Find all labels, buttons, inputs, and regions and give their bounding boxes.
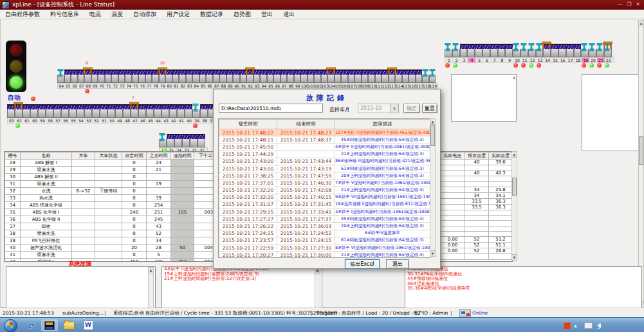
tank-cell-83[interactable] — [186, 69, 193, 83]
table-row[interactable]: 0.005251.2 — [441, 237, 513, 243]
tank-cell-74[interactable] — [125, 69, 132, 83]
fault-record-row[interactable]: 2015-10-21 17:48:212015-10-21 17:48:3745… — [219, 136, 430, 143]
table-row[interactable]: 36ABS 化学镍 II0245 — [5, 216, 219, 223]
fault-record-row[interactable]: 2015-10-21 17:32:202015-10-21 17:42:0821… — [219, 187, 430, 194]
table-row[interactable]: 33.536.3 — [441, 204, 513, 210]
tank-cell-31[interactable] — [198, 134, 205, 147]
tank-cell-84[interactable] — [192, 69, 199, 83]
table-row[interactable]: 34ABS 快速化学镍0254 — [5, 202, 219, 209]
tank-cell-45[interactable] — [146, 104, 154, 118]
tank-cell-53[interactable] — [84, 104, 92, 118]
table-row[interactable]: 31喷淋水洗019 — [5, 181, 219, 188]
tank-cell-77[interactable] — [145, 69, 152, 83]
tank-cell-81[interactable] — [172, 69, 179, 83]
tank-cell-115[interactable] — [402, 69, 409, 83]
tank-cell-90[interactable] — [233, 69, 240, 83]
table-row[interactable] — [441, 176, 513, 181]
menu-item-4[interactable]: 自动添加 — [128, 10, 161, 19]
export-excel-button[interactable]: 输出Excel — [345, 259, 380, 269]
tank-cell-17[interactable] — [566, 44, 574, 57]
menu-item-9[interactable]: 退出 — [278, 10, 300, 19]
tank-cell-85[interactable] — [199, 69, 207, 83]
table-row[interactable] — [441, 181, 513, 187]
table-row[interactable] — [441, 226, 513, 231]
fault-record-row[interactable]: 2015-10-21 17:29:152015-10-21 17:33:413#… — [219, 208, 430, 216]
window-controls[interactable]: — ❐ ✕ — [618, 1, 641, 7]
tank-cell-59[interactable] — [38, 104, 46, 118]
fault-table-scrollbar[interactable]: ▲ ▼ — [430, 118, 436, 257]
tank-cell-118[interactable] — [422, 69, 429, 83]
tray-network-icon[interactable] — [584, 322, 593, 329]
tank-cell-65[interactable] — [64, 69, 71, 83]
tank-cell-111[interactable] — [375, 69, 382, 83]
tank-cell-97[interactable] — [281, 69, 288, 83]
tank-cell-88[interactable] — [219, 69, 226, 83]
tank-cell-18[interactable] — [574, 44, 582, 57]
fault-record-row[interactable]: 2015-10-21 17:32:202015-10-21 17:40:159#… — [219, 194, 430, 201]
scrollbar-thumb[interactable] — [512, 178, 517, 196]
taskbar-word-button[interactable]: W — [80, 319, 97, 331]
fault-record-row[interactable]: 2015-10-21 17:24:252015-10-21 17:24:526#… — [219, 230, 430, 237]
tank-cell-94[interactable] — [260, 69, 267, 83]
menu-item-5[interactable]: 用户设定 — [161, 10, 195, 19]
fault-record-row[interactable]: 2015-10-21 17:43:002015-10-21 17:43:1961… — [219, 165, 430, 172]
tank-cell-36[interactable] — [159, 134, 167, 147]
reset-button[interactable]: 重置 — [422, 104, 437, 113]
scroll-down-icon[interactable]: ▼ — [430, 250, 435, 256]
table-row[interactable]: 33热水洗039 — [5, 195, 219, 202]
database-path-field[interactable]: D:\RecData\201510.mdb — [219, 104, 323, 113]
table-row[interactable]: 39PA飞巴转移位034 — [5, 237, 219, 244]
tank-cell-116[interactable] — [409, 69, 416, 83]
tank-cell-102[interactable] — [314, 69, 321, 83]
tank-cell-40[interactable] — [185, 104, 192, 118]
table-row[interactable] — [441, 232, 513, 237]
tank-cell-86[interactable] — [206, 69, 213, 83]
tank-cell-89[interactable] — [226, 69, 234, 83]
table-row[interactable]: 37回收043 — [5, 223, 219, 230]
tank-cell-9[interactable] — [505, 44, 513, 57]
menu-item-0[interactable]: 自由程序参数 — [0, 10, 45, 19]
tank-cell-73[interactable] — [118, 69, 125, 83]
tank-cell-42[interactable] — [169, 104, 177, 118]
tank-cell-20[interactable] — [589, 44, 596, 57]
tank-cell-35[interactable] — [167, 134, 174, 147]
table-row[interactable]: 38喷淋水洗052 — [5, 230, 219, 237]
tank-cell-4[interactable] — [467, 44, 475, 57]
tank-cell-43[interactable] — [161, 104, 169, 118]
temperature-table-scrollbar[interactable]: ▲ ▼ — [511, 151, 517, 261]
tank-cell-15[interactable] — [551, 44, 558, 57]
tank-cell-61[interactable] — [23, 104, 30, 118]
table-row[interactable]: 28ABS 解胶 I024 — [5, 160, 219, 167]
taskbar-explorer-button[interactable] — [60, 319, 77, 331]
tank-cell-82[interactable] — [179, 69, 186, 83]
tank-cell-2[interactable] — [452, 44, 460, 57]
tank-cell-60[interactable] — [30, 104, 38, 118]
tank-cell-109[interactable] — [362, 69, 369, 83]
tank-cell-16[interactable] — [558, 44, 566, 57]
tank-cell-50[interactable] — [107, 104, 115, 118]
tank-cell-41[interactable] — [177, 104, 185, 118]
tank-cell-71[interactable] — [105, 69, 112, 83]
tank-cell-1[interactable] — [445, 44, 452, 57]
tank-cell-110[interactable] — [368, 69, 375, 83]
fault-record-row[interactable]: 2015-10-21 17:44:2921#上料浸泡时间超时(当前值:64/设定… — [219, 151, 430, 158]
tank-cell-117[interactable] — [416, 69, 423, 83]
scroll-down-icon[interactable]: ▼ — [512, 254, 517, 260]
menu-item-1[interactable]: 料号信息库 — [45, 10, 84, 19]
tank-cell-108[interactable] — [354, 69, 362, 83]
fault-record-row[interactable]: 2015-10-21 17:26:222015-10-21 17:36:0320… — [219, 223, 430, 230]
tank-cell-98[interactable] — [287, 69, 294, 83]
tank-cell-66[interactable] — [71, 69, 78, 83]
tank-cell-72[interactable] — [111, 69, 118, 83]
tank-cell-58[interactable] — [46, 104, 53, 118]
tank-cell-76[interactable] — [138, 69, 145, 83]
fault-record-row[interactable]: 2015-10-21 17:45:504#烘干 II浸泡时间超时(当前值:206… — [219, 143, 430, 151]
tank-cell-46[interactable] — [138, 104, 146, 118]
tank-cell-56[interactable] — [61, 104, 69, 118]
menu-item-8[interactable]: 登出 — [256, 10, 278, 19]
ok-button[interactable]: 确定 — [403, 104, 420, 113]
tank-cell-8[interactable] — [498, 44, 506, 57]
table-row[interactable] — [441, 221, 513, 226]
tank-cell-3[interactable] — [460, 44, 468, 57]
tank-cell-19[interactable] — [581, 44, 589, 57]
